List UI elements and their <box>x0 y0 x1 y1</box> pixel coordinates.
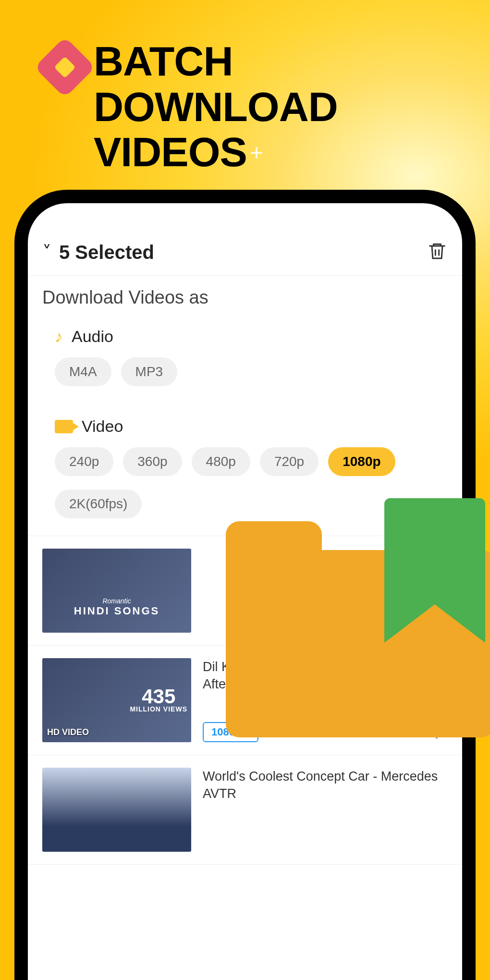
video-item[interactable]: World's Coolest Concept Car - Mercedes A… <box>28 755 462 865</box>
audio-group: ♪ Audio M4A MP3 <box>28 314 462 404</box>
bookmark-icon <box>384 498 485 642</box>
video-thumbnail[interactable] <box>42 768 191 852</box>
diamond-icon <box>34 37 95 98</box>
format-chip-1080p[interactable]: 1080p <box>328 447 395 476</box>
format-chip-mp3[interactable]: MP3 <box>121 357 178 386</box>
hero-title: BATCH DOWNLOAD VIDEOS <box>94 38 338 175</box>
video-title: World's Coolest Concept Car - Mercedes A… <box>203 768 448 803</box>
section-title: Download Videos as <box>28 276 462 314</box>
format-chip-480p[interactable]: 480p <box>192 447 250 476</box>
hd-badge: HD VIDEO <box>47 727 89 737</box>
format-chip-m4a[interactable]: M4A <box>55 357 111 386</box>
phone-notch <box>208 209 282 216</box>
video-icon <box>55 420 73 433</box>
music-icon: ♪ <box>55 327 63 346</box>
format-chip-240p[interactable]: 240p <box>55 447 113 476</box>
folder-icon <box>226 521 490 737</box>
video-thumbnail[interactable]: Romantic HINDI SONGS <box>42 549 191 633</box>
plus-icon: + <box>250 139 263 166</box>
selection-header: ˅ 5 Selected <box>28 235 462 275</box>
format-chip-360p[interactable]: 360p <box>123 447 182 476</box>
audio-label: Audio <box>72 327 113 346</box>
video-label: Video <box>82 417 123 436</box>
views-badge: 435 MILLION VIEWS <box>130 687 187 713</box>
selected-count: 5 Selected <box>59 242 154 263</box>
format-chip-2k[interactable]: 2K(60fps) <box>55 490 142 518</box>
chevron-down-icon[interactable]: ˅ <box>42 242 51 263</box>
video-thumbnail[interactable]: HD VIDEO 435 MILLION VIEWS <box>42 658 191 742</box>
trash-icon[interactable] <box>427 241 448 264</box>
format-chip-720p[interactable]: 720p <box>260 447 318 476</box>
